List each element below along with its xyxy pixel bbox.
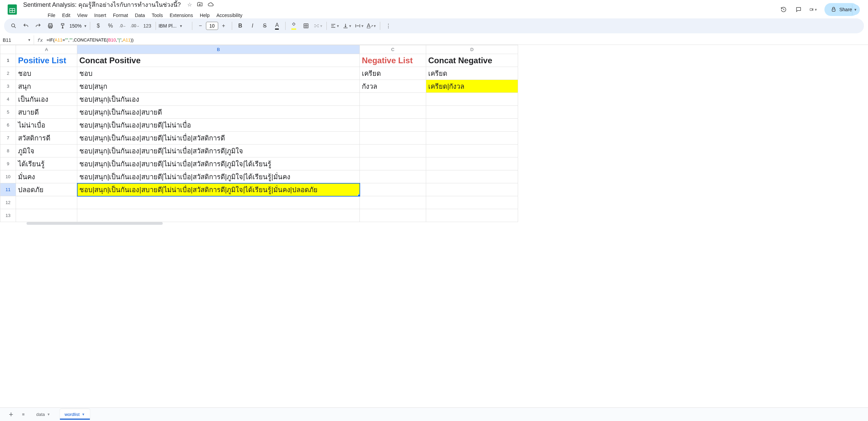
format-percent[interactable]: % [105, 20, 116, 31]
cell[interactable]: สบายดี [16, 106, 77, 119]
row-header[interactable]: 12 [0, 196, 16, 209]
cell[interactable] [426, 119, 518, 132]
halign-button[interactable]: ▼ [329, 20, 340, 31]
font-size-increase[interactable]: + [218, 20, 229, 31]
cell[interactable] [77, 196, 360, 209]
spreadsheet-grid[interactable]: A B C D 1Positive ListConcat PositiveNeg… [0, 45, 868, 398]
cell[interactable] [426, 170, 518, 183]
cell[interactable] [426, 106, 518, 119]
cell[interactable]: เครียด|กังวล [426, 80, 518, 93]
cell[interactable] [77, 209, 360, 222]
cell[interactable]: ชอบ|สนุก|เป็นกันเอง|สบายดี|ไม่น่าเบื่อ|ส… [77, 170, 360, 183]
cell[interactable]: ชอบ [77, 67, 360, 80]
cell[interactable] [426, 157, 518, 170]
menu-edit[interactable]: Edit [60, 11, 73, 19]
row-header[interactable]: 11 [0, 183, 16, 196]
zoom-select[interactable]: 150%▼ [69, 23, 87, 29]
select-all-corner[interactable] [0, 45, 16, 54]
cell[interactable]: ชอบ|สนุก|เป็นกันเอง|สบายดี|ไม่น่าเบื่อ|ส… [77, 183, 360, 196]
row-header[interactable]: 9 [0, 157, 16, 170]
cell[interactable] [426, 145, 518, 157]
cell[interactable]: ชอบ|สนุก|เป็นกันเอง|สบายดี|ไม่น่าเบื่อ|ส… [77, 157, 360, 170]
formula-bar[interactable]: =IF(A11="","",CONCATENATE(B10,"|",A11)) [45, 37, 868, 43]
menu-accessibility[interactable]: Accessibility [214, 11, 245, 19]
cell[interactable]: เครียด [360, 67, 426, 80]
font-size-input[interactable] [206, 22, 218, 30]
row-header[interactable]: 10 [0, 170, 16, 183]
row-header[interactable]: 1 [0, 54, 16, 67]
row-header[interactable]: 6 [0, 119, 16, 132]
row-header[interactable]: 13 [0, 209, 16, 222]
cell[interactable] [360, 183, 426, 196]
valign-button[interactable]: ▼ [342, 20, 353, 31]
row-header[interactable]: 4 [0, 93, 16, 106]
menu-insert[interactable]: Insert [92, 11, 109, 19]
history-icon[interactable] [779, 5, 788, 14]
format-currency[interactable]: $ [93, 20, 104, 31]
menu-data[interactable]: Data [132, 11, 148, 19]
cell[interactable]: มั่นคง [16, 170, 77, 183]
row-header[interactable]: 5 [0, 106, 16, 119]
menu-format[interactable]: Format [110, 11, 131, 19]
menu-help[interactable]: Help [197, 11, 212, 19]
cell[interactable] [360, 196, 426, 209]
cell[interactable] [360, 132, 426, 145]
menu-view[interactable]: View [75, 11, 90, 19]
cell[interactable]: เครียด [426, 67, 518, 80]
cell[interactable] [360, 145, 426, 157]
cell[interactable] [426, 196, 518, 209]
italic-button[interactable]: I [247, 20, 258, 31]
comments-icon[interactable] [794, 5, 803, 14]
col-header-A[interactable]: A [16, 45, 77, 54]
cell[interactable]: Positive List [16, 54, 77, 67]
star-icon[interactable]: ☆ [187, 1, 192, 9]
move-icon[interactable] [197, 1, 203, 9]
doc-title[interactable]: Sentiment Analysis: คุณรู้สึกอย่างไรกับก… [22, 0, 182, 10]
decrease-decimal[interactable]: .0← [117, 20, 128, 31]
share-dropdown[interactable]: ▼ [852, 4, 860, 15]
merge-button[interactable]: ▼ [313, 20, 324, 31]
cell[interactable]: สนุก [16, 80, 77, 93]
cell[interactable] [426, 209, 518, 222]
cell[interactable]: ชอบ|สนุก|เป็นกันเอง [77, 93, 360, 106]
bold-button[interactable]: B [235, 20, 246, 31]
cell[interactable] [360, 209, 426, 222]
more-toolbar-icon[interactable]: ⋮ [383, 20, 394, 31]
cell[interactable]: สวัสดิการดี [16, 132, 77, 145]
meet-icon[interactable]: ▼ [809, 5, 818, 14]
cloud-status-icon[interactable] [208, 1, 214, 9]
text-color-button[interactable]: A [272, 20, 283, 31]
cell[interactable]: ชอบ|สนุก|เป็นกันเอง|สบายดี|ไม่น่าเบื่อ|ส… [77, 145, 360, 157]
rotate-button[interactable]: A↗▼ [366, 20, 377, 31]
sheets-logo[interactable] [5, 3, 19, 16]
paint-format-icon[interactable] [57, 20, 68, 31]
fill-color-button[interactable] [288, 20, 299, 31]
row-header[interactable]: 8 [0, 145, 16, 157]
cell[interactable]: Negative List [360, 54, 426, 67]
horizontal-scrollbar[interactable] [0, 222, 868, 227]
increase-decimal[interactable]: .00→ [130, 20, 141, 31]
redo-icon[interactable] [33, 20, 44, 31]
search-icon[interactable] [8, 20, 19, 31]
wrap-button[interactable]: ▼ [354, 20, 365, 31]
cell[interactable]: ได้เรียนรู้ [16, 157, 77, 170]
cell[interactable]: Concat Negative [426, 54, 518, 67]
menu-extensions[interactable]: Extensions [167, 11, 195, 19]
cell[interactable] [426, 132, 518, 145]
strike-button[interactable]: S [259, 20, 270, 31]
cell[interactable] [426, 93, 518, 106]
cell[interactable] [16, 209, 77, 222]
col-header-D[interactable]: D [426, 45, 518, 54]
cell[interactable] [360, 93, 426, 106]
font-size-decrease[interactable]: − [195, 20, 206, 31]
cell[interactable]: ชอบ [16, 67, 77, 80]
cell[interactable]: Concat Positive [77, 54, 360, 67]
cell[interactable]: ชอบ|สนุก|เป็นกันเอง|สบายดี [77, 106, 360, 119]
col-header-B[interactable]: B [77, 45, 360, 54]
cell[interactable]: ชอบ|สนุก [77, 80, 360, 93]
borders-button[interactable] [301, 20, 311, 31]
format-123[interactable]: 123 [142, 20, 153, 31]
cell[interactable] [426, 183, 518, 196]
cell[interactable]: กังวล [360, 80, 426, 93]
cell[interactable]: เป็นกันเอง [16, 93, 77, 106]
